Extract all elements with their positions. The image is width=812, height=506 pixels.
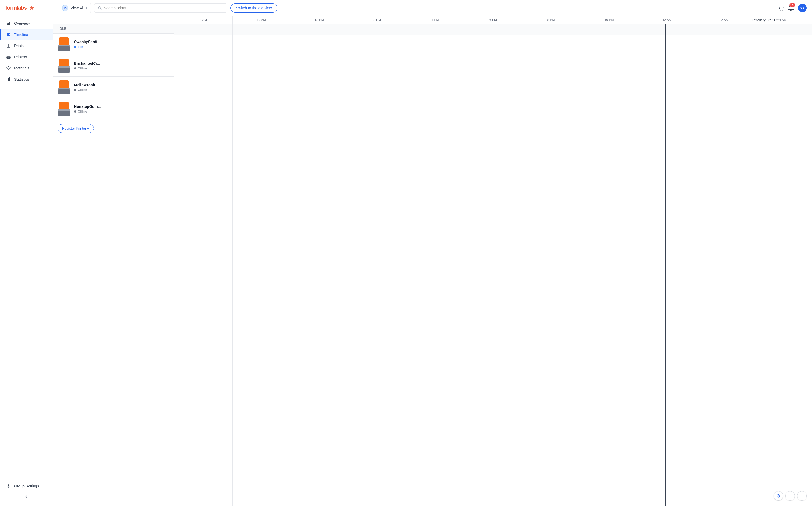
svg-point-21 bbox=[782, 10, 783, 10]
sidebar-item-timeline[interactable]: Timeline bbox=[0, 29, 53, 40]
chevron-left-icon bbox=[24, 494, 29, 499]
user-circle-icon bbox=[62, 5, 68, 11]
zoom-out-button[interactable] bbox=[785, 491, 795, 501]
grid-cell bbox=[522, 388, 580, 506]
printer-body bbox=[59, 37, 69, 45]
svg-point-16 bbox=[8, 486, 9, 487]
printer-info-1: SwankySardi... Idle bbox=[74, 40, 170, 49]
view-all-label: View All bbox=[71, 6, 84, 10]
grid-cell bbox=[406, 270, 464, 388]
svg-point-23 bbox=[778, 496, 779, 496]
brand-name: formlabs bbox=[5, 5, 27, 11]
grid-cell bbox=[638, 24, 696, 34]
printer-row[interactable]: NonstopGom... Offline bbox=[53, 98, 174, 120]
sidebar-item-prints[interactable]: Prints bbox=[0, 40, 53, 52]
zoom-target-button[interactable] bbox=[773, 491, 783, 501]
idle-header: IDLE bbox=[53, 24, 174, 33]
printer-base bbox=[58, 46, 70, 51]
sidebar-item-group-settings[interactable]: Group Settings bbox=[0, 481, 53, 492]
grid-row-1 bbox=[174, 35, 812, 153]
sidebar-bottom: Group Settings bbox=[0, 476, 53, 506]
svg-rect-13 bbox=[7, 79, 7, 81]
timeline-content: 8 AM 10 AM 12 PM 2 PM 4 PM 6 PM 8 PM 10 … bbox=[53, 16, 812, 506]
grid-cell bbox=[174, 35, 233, 153]
grid-cell bbox=[233, 35, 291, 153]
grid-cell bbox=[580, 153, 638, 270]
grid-cell bbox=[696, 270, 754, 388]
grid-cell bbox=[233, 270, 291, 388]
timeline-grid bbox=[174, 24, 812, 506]
sidebar-item-statistics[interactable]: Statistics bbox=[0, 74, 53, 85]
cart-icon[interactable] bbox=[778, 5, 784, 11]
grid-cell bbox=[522, 153, 580, 270]
printer-info-4: NonstopGom... Offline bbox=[74, 104, 170, 113]
grid-cell bbox=[290, 388, 349, 506]
time-header-spacer bbox=[53, 16, 174, 24]
search-input[interactable] bbox=[104, 6, 223, 10]
status-dot-offline bbox=[74, 67, 76, 70]
grid-cell bbox=[349, 153, 407, 270]
sidebar-item-materials[interactable]: Materials bbox=[0, 63, 53, 74]
printer-row[interactable]: EnchantedCr... Offline bbox=[53, 55, 174, 77]
stats-icon bbox=[6, 77, 11, 82]
svg-point-20 bbox=[780, 10, 781, 10]
grid-cell bbox=[290, 270, 349, 388]
sidebar-item-label-statistics: Statistics bbox=[14, 77, 29, 81]
printer-status-3: Offline bbox=[74, 88, 170, 92]
printer-thumbnail-2 bbox=[58, 59, 70, 73]
time-slot-10am: 10 AM bbox=[233, 16, 291, 24]
timeline-icon bbox=[6, 32, 11, 37]
printer-list: IDLE SwankySardi... Idle bbox=[53, 24, 174, 506]
sidebar-item-printers[interactable]: Printers bbox=[0, 52, 53, 63]
status-dot-idle bbox=[74, 46, 76, 48]
view-all-button[interactable]: View All ▾ bbox=[59, 3, 91, 13]
old-view-button[interactable]: Switch to the old view bbox=[230, 3, 278, 12]
printer-body bbox=[59, 59, 69, 66]
grid-cell bbox=[754, 270, 812, 388]
grid-cell bbox=[349, 270, 407, 388]
time-slot-12am: 12 AM bbox=[638, 16, 696, 24]
timeline-body: IDLE SwankySardi... Idle bbox=[53, 24, 812, 506]
time-slot-4pm: 4 PM bbox=[406, 16, 464, 24]
search-box[interactable] bbox=[94, 3, 227, 12]
printer-base bbox=[58, 89, 70, 94]
user-avatar[interactable]: VY bbox=[798, 4, 807, 12]
time-slot-8am: 8 AM bbox=[174, 16, 233, 24]
collapse-button[interactable] bbox=[0, 492, 53, 502]
svg-rect-11 bbox=[7, 58, 10, 59]
grid-cell bbox=[406, 153, 464, 270]
sidebar-item-label-materials: Materials bbox=[14, 66, 29, 70]
sidebar: formlabs Overview bbox=[0, 0, 53, 506]
printer-status-2: Offline bbox=[74, 67, 170, 70]
svg-rect-2 bbox=[9, 22, 10, 25]
zoom-in-button[interactable] bbox=[797, 491, 807, 501]
status-text-1: Idle bbox=[78, 45, 83, 49]
printer-name-2: EnchantedCr... bbox=[74, 61, 170, 66]
printer-row[interactable]: MellowTapir Offline bbox=[53, 77, 174, 98]
grid-cell bbox=[464, 153, 522, 270]
sidebar-item-overview[interactable]: Overview bbox=[0, 18, 53, 29]
svg-rect-0 bbox=[7, 23, 8, 25]
svg-rect-4 bbox=[7, 34, 9, 35]
grid-cell bbox=[349, 388, 407, 506]
bar-chart-icon bbox=[6, 21, 11, 26]
bell-icon[interactable]: 10+ bbox=[788, 5, 794, 11]
grid-cell bbox=[406, 388, 464, 506]
grid-cell bbox=[290, 35, 349, 153]
svg-rect-5 bbox=[7, 35, 10, 36]
grid-cell bbox=[522, 24, 580, 34]
grid-cell bbox=[638, 35, 696, 153]
register-printer-button[interactable]: Register Printer + bbox=[58, 124, 94, 133]
grid-cell bbox=[580, 35, 638, 153]
printer-row[interactable]: SwankySardi... Idle bbox=[53, 33, 174, 55]
grid-cell bbox=[522, 35, 580, 153]
grid-cell bbox=[696, 24, 754, 34]
grid-row-3 bbox=[174, 270, 812, 388]
grid-cell bbox=[754, 153, 812, 270]
sidebar-item-label-overview: Overview bbox=[14, 21, 29, 25]
printer-thumbnail-3 bbox=[58, 80, 70, 94]
printer-name-1: SwankySardi... bbox=[74, 40, 170, 44]
header-icons: 10+ VY bbox=[778, 4, 807, 12]
grid-idle-header-row bbox=[174, 24, 812, 35]
status-text-3: Offline bbox=[78, 88, 87, 92]
